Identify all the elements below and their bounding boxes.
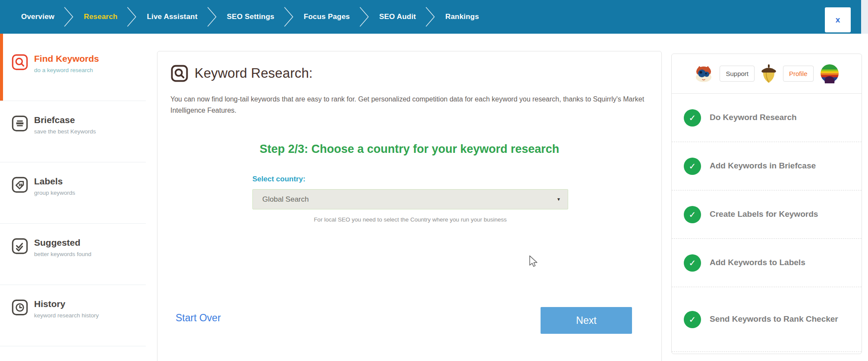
briefcase-icon <box>11 115 28 132</box>
sidebar-item-title: History <box>34 299 99 309</box>
nav-tab-seo-audit[interactable]: SEO Audit <box>370 0 436 34</box>
page-description: You can now find long-tail keywords that… <box>170 94 654 116</box>
close-button[interactable]: x <box>825 7 851 32</box>
checklist-label: Send Keywords to Rank Checker <box>710 313 838 326</box>
profile-button[interactable]: Profile <box>783 66 814 82</box>
main-panel: Keyword Research: You can now find long-… <box>157 51 662 361</box>
checklist-label: Do Keyword Research <box>710 111 797 124</box>
sidebar-item-title: Find Keywords <box>34 54 99 64</box>
sidebar-item-subtitle: better keywords found <box>34 251 91 257</box>
breadcrumb-chevron-icon <box>126 4 138 29</box>
checklist-item: ✓ Create Labels for Keywords <box>672 190 862 239</box>
left-sidebar: Find Keywords do a keyword research Brie… <box>0 34 146 346</box>
nav-tab-rankings[interactable]: Rankings <box>436 0 488 34</box>
next-button[interactable]: Next <box>541 307 632 334</box>
check-icon: ✓ <box>684 206 701 223</box>
sidebar-item-title: Labels <box>34 176 75 187</box>
user-avatar[interactable] <box>819 63 840 84</box>
sidebar-item-subtitle: keyword research history <box>34 312 99 319</box>
page-right-gutter <box>861 0 868 34</box>
nav-tab-seo-settings[interactable]: SEO Settings <box>218 0 295 34</box>
country-select[interactable]: Global Search ▼ <box>252 189 568 209</box>
mouse-cursor-icon <box>528 255 539 268</box>
sidebar-item-subtitle: group keywords <box>34 190 75 196</box>
suggested-icon <box>11 238 28 255</box>
breadcrumb-chevron-icon <box>207 4 218 29</box>
checklist-label: Create Labels for Keywords <box>710 208 818 221</box>
checklist-label: Add Keywords to Labels <box>710 256 805 269</box>
main-title-row: Keyword Research: <box>170 64 648 82</box>
check-icon: ✓ <box>684 254 701 272</box>
checklist-item: ✓ Add Keywords in Briefcase <box>672 142 862 190</box>
sidebar-item-subtitle: save the best Keywords <box>34 128 96 135</box>
country-helper-text: For local SEO you need to select the Cou… <box>252 216 568 223</box>
nav-tabs: Overview Research Live Assistant SEO Set… <box>12 0 488 34</box>
nav-tab-overview[interactable]: Overview <box>12 0 75 34</box>
squirrel-mascot-icon <box>693 64 714 83</box>
squirrly-research-page: Overview Research Live Assistant SEO Set… <box>0 0 868 361</box>
checklist-item: ✓ Do Keyword Research <box>672 94 862 142</box>
check-icon: ✓ <box>684 109 701 127</box>
top-nav: Overview Research Live Assistant SEO Set… <box>0 0 861 34</box>
checklist-item: ✓ Add Keywords to Labels <box>672 239 862 287</box>
sidebar-item-briefcase[interactable]: Briefcase save the best Keywords <box>0 101 146 162</box>
nav-tab-research[interactable]: Research <box>75 0 138 34</box>
dropdown-arrow-icon: ▼ <box>557 197 561 202</box>
select-country-label: Select country: <box>252 175 568 184</box>
step-heading: Step 2/3: Choose a country for your keyw… <box>170 142 648 156</box>
page-title: Keyword Research: <box>195 66 313 81</box>
account-toolbar: Support Profile <box>672 54 862 94</box>
acorn-icon <box>760 63 777 84</box>
breadcrumb-chevron-icon <box>283 4 295 29</box>
checklist-label: Add Keywords in Briefcase <box>710 160 816 172</box>
checklist-item: ✓ Send Keywords to Rank Checker <box>672 287 862 352</box>
sidebar-item-title: Suggested <box>34 238 91 248</box>
check-icon: ✓ <box>684 311 701 328</box>
nav-tab-focus-pages[interactable]: Focus Pages <box>295 0 370 34</box>
nav-tab-live-assistant[interactable]: Live Assistant <box>138 0 217 34</box>
start-over-link[interactable]: Start Over <box>176 312 221 324</box>
sidebar-item-suggested[interactable]: Suggested better keywords found <box>0 224 146 285</box>
labels-icon <box>11 176 28 193</box>
history-icon <box>11 299 28 316</box>
sidebar-item-find-keywords[interactable]: Find Keywords do a keyword research <box>0 40 146 101</box>
support-button[interactable]: Support <box>720 66 755 82</box>
keyword-research-icon <box>170 64 189 82</box>
sidebar-item-labels[interactable]: Labels group keywords <box>0 162 146 224</box>
check-icon: ✓ <box>684 158 701 175</box>
seo-checklist: ✓ Do Keyword Research ✓ Add Keywords in … <box>672 94 862 352</box>
breadcrumb-chevron-icon <box>63 4 75 29</box>
sidebar-item-history[interactable]: History keyword research history <box>0 285 146 346</box>
search-icon <box>11 54 28 71</box>
breadcrumb-chevron-icon <box>359 4 370 29</box>
country-form: Select country: Global Search ▼ For loca… <box>252 175 568 223</box>
sidebar-item-subtitle: do a keyword research <box>34 67 99 73</box>
sidebar-item-title: Briefcase <box>34 115 96 125</box>
breadcrumb-chevron-icon <box>425 4 436 29</box>
country-select-value: Global Search <box>262 195 309 204</box>
progress-sidebar: Support Profile <box>671 54 862 354</box>
